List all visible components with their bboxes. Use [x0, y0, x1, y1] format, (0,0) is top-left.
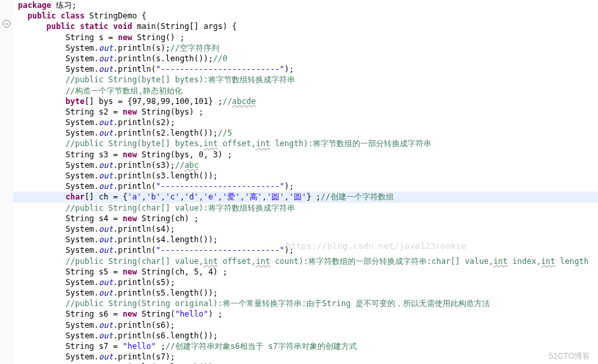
code-line: String s5 = new String(ch, 5, 4) ; — [13, 267, 598, 277]
code-line: //public String(byte[] bytes):将字节数组转换成字符… — [13, 74, 598, 85]
code-line: System.out.println(s5); — [13, 277, 598, 288]
code-line: String s6 = new String("hello") ; — [13, 309, 598, 319]
code-line: public static void main(String[] args) { — [13, 21, 598, 32]
code-line: System.out.println("--------------------… — [13, 245, 598, 255]
code-line: //public String(char[] value):将字符数组转换成字符… — [13, 203, 598, 213]
code-line: System.out.println(s.length());//0 — [13, 53, 598, 64]
code-line: System.out.println(s2.length());//5 — [13, 128, 598, 138]
code-line: System.out.println(s3.length()); — [13, 170, 598, 181]
code-line: System.out.println(s3);//abc — [13, 160, 598, 170]
code-editor[interactable]: package 练习; public class StringDemo { pu… — [13, 0, 598, 364]
code-line: String s = new String() ; — [13, 32, 598, 43]
code-line: String s7 = "hello" ;//创建字符串对象s6相当于 s7字符… — [13, 341, 598, 351]
code-line: System.out.println(s6.length()); — [13, 330, 598, 341]
code-line: System.out.println(s7); — [13, 351, 598, 362]
code-line: String s3 = new String(bys, 0, 3) ; — [13, 149, 598, 160]
code-line: public class StringDemo { — [13, 11, 598, 21]
code-line: System.out.println(s5.length()); — [13, 288, 598, 298]
code-line: String s4 = new String(ch) ; — [13, 213, 598, 224]
code-line: System.out.println(s4.length()); — [13, 234, 598, 245]
code-line: //public String(byte[] bytes,int offset,… — [13, 138, 598, 149]
code-line: //构造一个字节数组,静态初始化 — [13, 86, 598, 96]
code-line: System.out.println(s6); — [13, 320, 598, 330]
code-line: System.out.println("--------------------… — [13, 64, 598, 74]
code-line: package 练习; — [13, 0, 598, 11]
footer-watermark: 51CTO博客 — [549, 351, 590, 361]
code-line: byte[] bys = {97,98,99,100,101} ;//abcde — [13, 96, 598, 107]
editor-gutter: − — [0, 0, 13, 364]
code-line: //public String(char[] value,int offset,… — [13, 256, 598, 267]
collapse-toggle-icon[interactable]: − — [3, 20, 11, 28]
code-line: String s2 = new String(bys) ; — [13, 107, 598, 117]
code-line: System.out.println(s2); — [13, 117, 598, 128]
code-line: System.out.println(s);//空字符序列 — [13, 43, 598, 53]
code-line: System.out.println(s4); — [13, 224, 598, 234]
code-line: //public String(String original):将一个常量转换… — [13, 298, 598, 309]
code-line-highlighted: char[] ch = {'a','b','c','d','e','爱','高'… — [13, 192, 598, 202]
code-line: System.out.println("--------------------… — [13, 181, 598, 192]
